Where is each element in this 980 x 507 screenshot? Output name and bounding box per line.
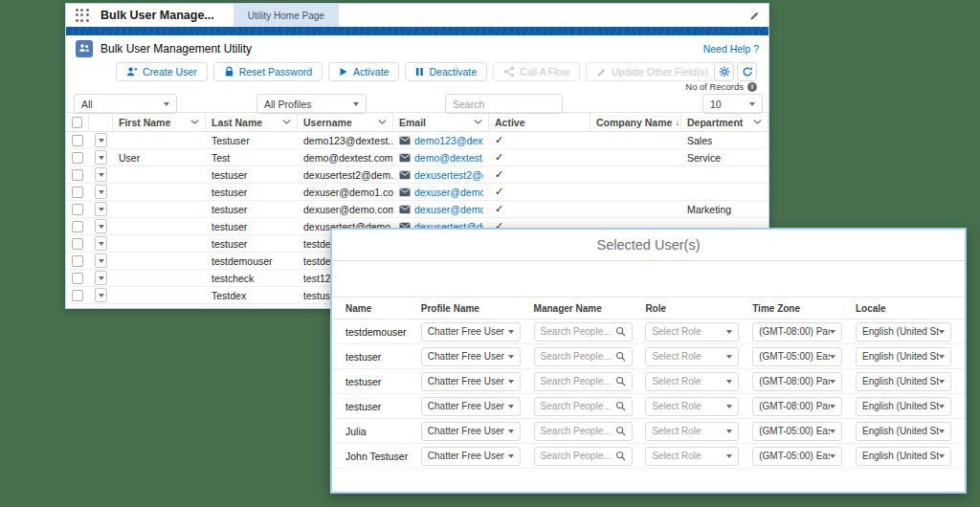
role-select[interactable]: Select Role bbox=[645, 322, 739, 342]
timezone-select[interactable]: (GMT-05:00) Eastern bbox=[752, 447, 842, 466]
profile-filter-select[interactable]: All Profiles bbox=[256, 94, 367, 114]
panel-title: Selected User(s) bbox=[332, 230, 965, 261]
profile-select[interactable]: Chatter Free User bbox=[421, 397, 521, 416]
row-checkbox[interactable] bbox=[72, 255, 83, 267]
tab-utility-home-page[interactable]: Utility Home Page bbox=[234, 4, 339, 27]
manager-search-field[interactable] bbox=[534, 447, 633, 466]
settings-gear-button[interactable] bbox=[714, 62, 734, 81]
create-user-button[interactable]: Create User bbox=[116, 62, 208, 81]
email-link[interactable]: dexusertest2@d... bbox=[414, 169, 483, 181]
profile-select[interactable]: Chatter Free User bbox=[421, 422, 521, 441]
manager-search-field[interactable] bbox=[534, 347, 633, 366]
search-icon[interactable] bbox=[615, 326, 626, 337]
row-checkbox[interactable] bbox=[72, 204, 83, 215]
row-actions-button[interactable] bbox=[95, 288, 107, 302]
timezone-select[interactable]: (GMT-08:00) Pacific S bbox=[752, 322, 842, 342]
column-header-username[interactable]: Username ↓ bbox=[298, 113, 393, 131]
locale-select[interactable]: English (United State bbox=[856, 347, 951, 366]
manager-search-input[interactable] bbox=[541, 326, 612, 337]
column-header-active[interactable]: Active ↓ bbox=[489, 113, 590, 131]
row-actions-button[interactable] bbox=[95, 150, 107, 165]
row-checkbox[interactable] bbox=[72, 135, 83, 146]
records-per-page-select[interactable]: 10 bbox=[702, 94, 763, 114]
row-actions-button[interactable] bbox=[95, 219, 107, 233]
role-select[interactable]: Select Role bbox=[645, 447, 739, 466]
call-a-flow-button[interactable]: Call A Flow bbox=[493, 62, 580, 81]
column-header-label: Department bbox=[687, 117, 743, 128]
chevron-down-icon[interactable] bbox=[749, 120, 762, 124]
row-checkbox[interactable] bbox=[72, 169, 83, 181]
manager-search-input[interactable] bbox=[541, 351, 612, 362]
chevron-down-icon[interactable] bbox=[374, 120, 387, 124]
locale-select[interactable]: English (United State bbox=[856, 397, 951, 416]
row-actions-button[interactable] bbox=[95, 202, 107, 216]
row-checkbox[interactable] bbox=[72, 290, 83, 301]
select-all-checkbox[interactable] bbox=[72, 117, 82, 128]
timezone-select[interactable]: (GMT-05:00) Eastern bbox=[752, 422, 842, 441]
search-icon[interactable] bbox=[615, 351, 626, 362]
role-select[interactable]: Select Role bbox=[645, 397, 739, 416]
deactivate-button[interactable]: Deactivate bbox=[405, 62, 487, 81]
row-actions-button[interactable] bbox=[95, 185, 107, 199]
role-select[interactable]: Select Role bbox=[645, 347, 739, 366]
chevron-down-icon bbox=[164, 102, 169, 106]
search-icon[interactable] bbox=[615, 401, 626, 411]
row-checkbox[interactable] bbox=[72, 187, 83, 198]
chevron-down-icon[interactable] bbox=[470, 120, 482, 124]
activate-button[interactable]: Activate bbox=[328, 62, 399, 81]
row-checkbox[interactable] bbox=[72, 152, 83, 164]
reset-password-button[interactable]: Reset Password bbox=[213, 62, 323, 81]
row-checkbox[interactable] bbox=[72, 221, 83, 232]
manager-search-input[interactable] bbox=[541, 451, 612, 461]
column-header-email[interactable]: Email ↓ bbox=[393, 113, 489, 131]
search-icon[interactable] bbox=[615, 451, 626, 461]
manager-search-input[interactable] bbox=[541, 401, 612, 411]
timezone-select[interactable]: (GMT-08:00) Pacific S bbox=[752, 397, 842, 416]
profile-select[interactable]: Chatter Free User bbox=[421, 347, 521, 366]
locale-select[interactable]: English (United State bbox=[856, 322, 951, 342]
column-header-department[interactable]: Department ↓ bbox=[681, 113, 768, 131]
refresh-button[interactable] bbox=[737, 62, 757, 81]
row-checkbox[interactable] bbox=[72, 238, 83, 250]
app-header-bar: Bulk User Manage... Utility Home Page bbox=[66, 4, 768, 27]
search-icon[interactable] bbox=[615, 376, 626, 386]
chevron-down-icon[interactable] bbox=[278, 120, 291, 124]
search-input[interactable] bbox=[445, 94, 563, 114]
chevron-down-icon[interactable] bbox=[187, 120, 199, 124]
locale-select[interactable]: English (United State bbox=[856, 447, 951, 466]
role-select[interactable]: Select Role bbox=[645, 372, 739, 391]
timezone-select[interactable]: (GMT-05:00) Eastern bbox=[752, 347, 842, 366]
email-link[interactable]: demo123@dext... bbox=[414, 135, 483, 146]
edit-pencil-icon[interactable] bbox=[749, 11, 760, 21]
email-link[interactable]: dexuser@demo... bbox=[414, 204, 483, 215]
column-header-first-name[interactable]: First Name ↓ bbox=[113, 113, 206, 131]
manager-search-field[interactable] bbox=[534, 397, 633, 416]
manager-search-field[interactable] bbox=[534, 422, 633, 441]
app-launcher-waffle-icon[interactable] bbox=[76, 9, 89, 22]
row-actions-button[interactable] bbox=[95, 167, 107, 182]
profile-select[interactable]: Chatter Free User bbox=[421, 322, 521, 342]
row-actions-button[interactable] bbox=[95, 133, 107, 147]
column-header-last-name[interactable]: Last Name ↓ bbox=[206, 113, 298, 131]
update-other-field-s-button[interactable]: Update Other Field(s) bbox=[586, 62, 719, 81]
locale-select[interactable]: English (United State bbox=[856, 372, 951, 391]
need-help-link[interactable]: Need Help ? bbox=[703, 43, 759, 55]
search-icon[interactable] bbox=[615, 426, 626, 436]
profile-select[interactable]: Chatter Free User bbox=[421, 372, 521, 391]
manager-search-input[interactable] bbox=[541, 376, 612, 386]
view-filter-select[interactable]: All bbox=[74, 94, 177, 114]
role-select[interactable]: Select Role bbox=[645, 422, 739, 441]
row-actions-button[interactable] bbox=[95, 271, 107, 285]
manager-search-field[interactable] bbox=[534, 322, 633, 342]
email-link[interactable]: dexuser@demo... bbox=[414, 187, 483, 198]
row-actions-button[interactable] bbox=[95, 236, 107, 251]
timezone-select[interactable]: (GMT-08:00) Pacific S bbox=[752, 372, 842, 391]
manager-search-input[interactable] bbox=[541, 426, 612, 436]
row-actions-button[interactable] bbox=[95, 254, 107, 268]
locale-select[interactable]: English (United State bbox=[856, 422, 951, 441]
row-checkbox[interactable] bbox=[72, 273, 83, 284]
manager-search-field[interactable] bbox=[534, 372, 633, 391]
email-link[interactable]: demo@dextest.c... bbox=[414, 152, 483, 164]
column-header-company-name[interactable]: Company Name ↓ bbox=[590, 113, 681, 131]
profile-select[interactable]: Chatter Free User bbox=[421, 447, 521, 466]
